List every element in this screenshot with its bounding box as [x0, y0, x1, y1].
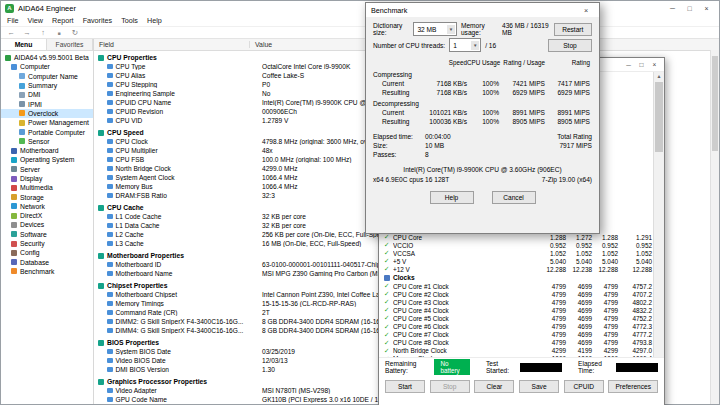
sidebar-item-motherboard[interactable]: Motherboard — [1, 146, 93, 155]
close-button[interactable] — [698, 2, 715, 14]
menu-item-favorites[interactable]: Favorites — [83, 16, 113, 25]
save-button[interactable]: Save — [519, 380, 559, 393]
sensor-value: 12.288 — [618, 266, 654, 273]
sidebar-item-database[interactable]: Database — [1, 258, 93, 267]
field-icon — [107, 148, 113, 154]
field-label: North Bridge Clock — [94, 165, 257, 172]
sidebar-item-directx[interactable]: DirectX — [1, 211, 93, 220]
dictionary-size-select[interactable]: 32 MB — [413, 22, 457, 36]
stop-button[interactable]: Stop — [430, 380, 470, 393]
cancel-button[interactable]: Cancel — [492, 191, 536, 204]
section-icon — [98, 253, 104, 259]
minimize-button[interactable] — [664, 2, 681, 14]
sidebar-item-config[interactable]: Config — [1, 248, 93, 257]
clear-button[interactable]: Clear — [474, 380, 514, 393]
stop-icon[interactable] — [54, 28, 64, 37]
sidebar-item-overclock[interactable]: Overclock — [1, 109, 93, 118]
sidebar-item-dmi[interactable]: DMI — [1, 90, 93, 99]
sensor-row[interactable]: CPU Core #6 Clock4799469947994772.3 — [379, 323, 654, 331]
main-scrollbar[interactable] — [710, 50, 719, 404]
sensor-value: 4699 — [566, 307, 592, 314]
chevron-down-icon — [471, 41, 479, 50]
sidebar-item-portable[interactable]: Portable Computer — [1, 127, 93, 136]
cpuid-button[interactable]: CPUID — [564, 380, 604, 393]
refresh-icon[interactable] — [70, 28, 80, 37]
title-bar: AIDA64 Engineer — [1, 1, 719, 15]
elapsed-value: 00:04:00 — [425, 133, 451, 142]
menu-item-view[interactable]: View — [28, 16, 43, 25]
sidebar-item-network[interactable]: Network — [1, 202, 93, 211]
minimize-button[interactable] — [622, 59, 635, 70]
close-button[interactable] — [648, 59, 661, 70]
sidebar-item-power[interactable]: Power Management — [1, 118, 93, 127]
sensor-row[interactable]: CPU Core #8 Clock4799469947994793.8 — [379, 339, 654, 347]
up-icon[interactable] — [38, 28, 48, 37]
field-name: CPU Stepping — [116, 81, 158, 88]
maximize-button[interactable] — [681, 2, 698, 14]
directx-icon — [11, 213, 17, 219]
maximize-button[interactable] — [635, 59, 648, 70]
rating-usage-value: 8905 MIPS — [499, 117, 545, 126]
passes-label: Passes: — [373, 151, 425, 160]
forward-icon[interactable] — [22, 28, 32, 37]
sensor-row[interactable]: +12 V12.28812.23812.28812.288 — [379, 265, 654, 273]
menu-item-file[interactable]: File — [7, 16, 19, 25]
tab-favorites[interactable]: Favorites — [47, 39, 93, 50]
sidebar-item-sensor[interactable]: Sensor — [1, 137, 93, 146]
sidebar-item-devices[interactable]: Devices — [1, 220, 93, 229]
sensor-row[interactable]: VCCIO0.9520.9520.9520.952 — [379, 241, 654, 249]
menu-item-report[interactable]: Report — [52, 16, 74, 25]
sensor-row[interactable]: CPU Core #1 Clock4799469947994757.2 — [379, 282, 654, 290]
sidebar-item-security[interactable]: Security — [1, 239, 93, 248]
menu-item-tools[interactable]: Tools — [121, 16, 138, 25]
back-icon[interactable] — [6, 28, 16, 37]
sidebar-item-benchmark[interactable]: Benchmark — [1, 267, 93, 276]
threads-select[interactable]: 1 — [449, 38, 481, 52]
tab-menu[interactable]: Menu — [1, 39, 47, 50]
preferences-button[interactable]: Preferences — [608, 380, 658, 393]
sensor-row[interactable]: CPU Core1.2881.2721.2881.291 — [379, 233, 654, 241]
sensor-row[interactable]: CPU Core #5 Clock4799469947994752.2 — [379, 314, 654, 322]
sensor-row[interactable]: +5 V5.0405.0405.0405.040 — [379, 257, 654, 265]
tree-item-label: Overclock — [28, 110, 58, 117]
sensor-value: 4757.2 — [618, 283, 654, 290]
cpu-usage-value: 100% — [467, 108, 499, 117]
sidebar-item-computer[interactable]: Computer — [1, 62, 93, 71]
close-icon[interactable] — [578, 6, 594, 15]
field-column-header[interactable]: Field — [94, 41, 250, 48]
field-label: CPU FSB — [94, 156, 257, 163]
sidebar-item-multimedia[interactable]: Multimedia — [1, 183, 93, 192]
sensor-row[interactable]: CPU Core #4 Clock4799469947994832.2 — [379, 306, 654, 314]
sensor-scrollbar-thumb[interactable] — [655, 82, 663, 152]
sidebar-item-summary[interactable]: Summary — [1, 81, 93, 90]
help-button[interactable]: Help — [430, 191, 474, 204]
sensor-row[interactable]: VCCSA1.0521.0521.0521.052 — [379, 249, 654, 257]
threads-label: Number of CPU threads: — [373, 42, 445, 49]
computer-name-icon — [19, 73, 25, 79]
sensor-row[interactable]: CPU Core #2 Clock4799469947994707.2 — [379, 290, 654, 298]
menu-item-help[interactable]: Help — [147, 16, 162, 25]
tree-root[interactable]: AIDA64 v5.99.5001 Beta — [1, 53, 93, 62]
sensor-row[interactable]: CPU Core #7 Clock4799469947994777.2 — [379, 331, 654, 339]
sidebar-item-server[interactable]: Server — [1, 165, 93, 174]
start-button[interactable]: Start — [385, 380, 425, 393]
sidebar-item-software[interactable]: Software — [1, 230, 93, 239]
speed-value: 7168 KB/s — [421, 88, 467, 97]
field-name: CPU Clock — [116, 138, 148, 145]
sidebar-item-storage[interactable]: Storage — [1, 192, 93, 201]
sidebar-item-os[interactable]: Operating System — [1, 155, 93, 164]
sidebar-item-ipmi[interactable]: IPMI — [1, 99, 93, 108]
stats-right: Total Rating 7917 MIPS — [493, 133, 592, 160]
caption-buttons — [664, 2, 715, 14]
restart-button[interactable]: Restart — [554, 23, 592, 36]
scroll-up-icon[interactable]: ▲ — [654, 73, 664, 79]
sensor-label: CPU Core #3 Clock — [393, 299, 540, 306]
sensor-row[interactable]: CPU Core #3 Clock4799469947994802.2 — [379, 298, 654, 306]
sidebar-item-computer-name[interactable]: Computer Name — [1, 72, 93, 81]
stop-benchmark-button[interactable]: Stop — [548, 39, 592, 52]
sidebar-item-display[interactable]: Display — [1, 174, 93, 183]
field-name: DIMM2: G Skill SniperX F4-3400C16-16G... — [116, 318, 244, 325]
sensor-row[interactable]: North Bridge Clock4299419942994297.0 — [379, 347, 654, 355]
sensor-scrollbar[interactable]: ▲ ▼ — [653, 72, 664, 364]
main-scrollbar-thumb[interactable] — [712, 56, 718, 151]
